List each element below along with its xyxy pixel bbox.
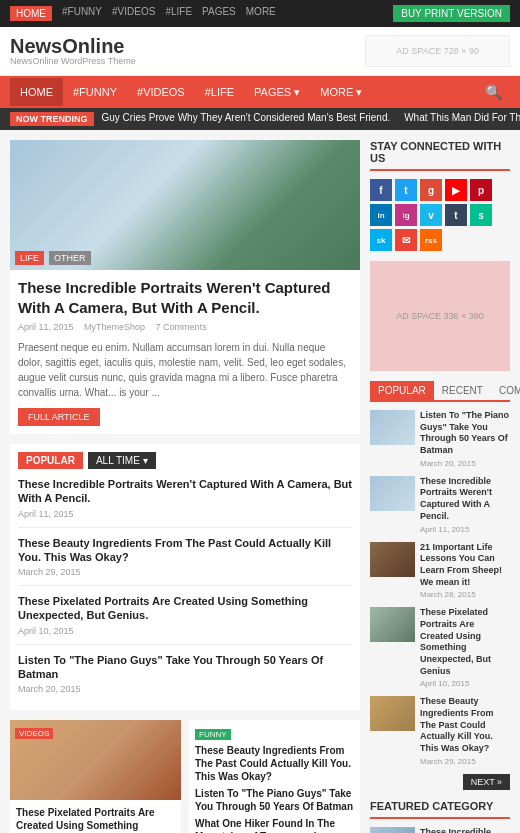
card-title[interactable]: Listen To "The Piano Guys" Take You Thro… bbox=[195, 787, 354, 813]
popular-item: These Pixelated Portraits Are Created Us… bbox=[18, 594, 352, 645]
sidebar-post-title[interactable]: Listen To "The Piano Guys" Take You Thro… bbox=[420, 410, 510, 457]
featured-cat-info: These Incredible Portraits Weren't Captu… bbox=[420, 827, 510, 833]
popular-section: POPULAR ALL TIME ▾ These Incredible Port… bbox=[10, 444, 360, 710]
sidebar-post-title[interactable]: These Pixelated Portraits Are Created Us… bbox=[420, 607, 510, 677]
card-grid: VIDEOS These Pixelated Portraits Are Cre… bbox=[10, 720, 360, 833]
top-bar-links: HOME #FUNNY #VIDEOS #LIFE PAGES MORE bbox=[10, 6, 276, 21]
card-left: VIDEOS These Pixelated Portraits Are Cre… bbox=[10, 720, 181, 833]
skype-icon[interactable]: sk bbox=[370, 229, 392, 251]
sidebar-post-image bbox=[370, 696, 415, 731]
popular-item-title[interactable]: Listen To "The Piano Guys" Take You Thro… bbox=[18, 653, 352, 682]
featured-author: MyThemeShop bbox=[84, 322, 145, 332]
linkedin-icon[interactable]: in bbox=[370, 204, 392, 226]
popular-label: POPULAR bbox=[18, 452, 83, 469]
featured-text: Praesent neque eu enim. Nullam accumsan … bbox=[18, 340, 352, 400]
tab-popular[interactable]: POPULAR bbox=[370, 381, 434, 400]
search-icon[interactable]: 🔍 bbox=[477, 76, 510, 108]
topbar-videos[interactable]: #VIDEOS bbox=[112, 6, 155, 21]
featured-article: LIFE OTHER These Incredible Portraits We… bbox=[10, 140, 360, 434]
clearfix: NEXT » bbox=[370, 774, 510, 800]
popular-item: These Incredible Portraits Weren't Captu… bbox=[18, 477, 352, 528]
card-right: FUNNY These Beauty Ingredients From The … bbox=[189, 720, 360, 833]
tumblr-icon[interactable]: t bbox=[445, 204, 467, 226]
all-time-button[interactable]: ALL TIME ▾ bbox=[88, 452, 156, 469]
brand-name: NewsOnline bbox=[10, 36, 136, 56]
pinterest-icon[interactable]: p bbox=[470, 179, 492, 201]
email-icon[interactable]: ✉ bbox=[395, 229, 417, 251]
trending-label: NOW TRENDING bbox=[10, 112, 94, 126]
buy-print-button[interactable]: BUY PRINT VERSION bbox=[393, 5, 510, 22]
sidebar-post-date: April 10, 2015 bbox=[420, 679, 510, 688]
sidebar-post: 21 Important Life Lessons You Can Learn … bbox=[370, 542, 510, 600]
featured-category-item: These Incredible Portraits Weren't Captu… bbox=[370, 827, 510, 833]
card-badge: VIDEOS bbox=[15, 728, 53, 739]
topbar-more[interactable]: MORE bbox=[246, 6, 276, 21]
stumble-icon[interactable]: s bbox=[470, 204, 492, 226]
google-plus-icon[interactable]: g bbox=[420, 179, 442, 201]
badge-other: OTHER bbox=[49, 251, 91, 265]
nav-more[interactable]: MORE ▾ bbox=[310, 78, 372, 107]
popular-item-title[interactable]: These Beauty Ingredients From The Past C… bbox=[18, 536, 352, 565]
content-area: LIFE OTHER These Incredible Portraits We… bbox=[10, 140, 360, 833]
popular-item-meta: March 20, 2015 bbox=[18, 684, 352, 694]
social-icons: f t g ▶ p in ig v t s sk ✉ rss bbox=[370, 179, 510, 251]
brand-tagline: NewsOnline WordPress Theme bbox=[10, 56, 136, 66]
next-button[interactable]: NEXT » bbox=[463, 774, 510, 790]
trending-text: Guy Cries Prove Why They Aren't Consider… bbox=[102, 112, 521, 126]
nav-pages[interactable]: PAGES ▾ bbox=[244, 78, 310, 107]
popular-item-meta: March 29, 2015 bbox=[18, 567, 352, 577]
featured-cat-item-title[interactable]: These Incredible Portraits Weren't Captu… bbox=[420, 827, 510, 833]
featured-title: These Incredible Portraits Weren't Captu… bbox=[18, 278, 352, 317]
featured-meta: April 11, 2015 MyThemeShop 7 Comments bbox=[18, 322, 352, 332]
popular-item-title[interactable]: These Pixelated Portraits Are Created Us… bbox=[18, 594, 352, 623]
featured-image: LIFE OTHER bbox=[10, 140, 360, 270]
popular-list: These Incredible Portraits Weren't Captu… bbox=[18, 477, 352, 702]
facebook-icon[interactable]: f bbox=[370, 179, 392, 201]
nav-funny[interactable]: #FUNNY bbox=[63, 78, 127, 106]
trending-bar: NOW TRENDING Guy Cries Prove Why They Ar… bbox=[0, 108, 520, 130]
brand: NewsOnline NewsOnline WordPress Theme bbox=[10, 36, 136, 66]
sidebar-tabs: POPULAR RECENT COMMENTS bbox=[370, 381, 510, 402]
featured-cat-image bbox=[370, 827, 415, 833]
sidebar-post-image bbox=[370, 476, 415, 511]
sidebar-post: Listen To "The Piano Guys" Take You Thro… bbox=[370, 410, 510, 468]
top-bar: HOME #FUNNY #VIDEOS #LIFE PAGES MORE BUY… bbox=[0, 0, 520, 27]
full-article-button[interactable]: FULL ARTICLE bbox=[18, 408, 100, 426]
nav-home[interactable]: HOME bbox=[10, 78, 63, 106]
popular-item: Listen To "The Piano Guys" Take You Thro… bbox=[18, 653, 352, 703]
sidebar-post-info: 21 Important Life Lessons You Can Learn … bbox=[420, 542, 510, 600]
sidebar-post-title[interactable]: 21 Important Life Lessons You Can Learn … bbox=[420, 542, 510, 589]
sidebar-ad-text: AD SPACE 336 × 380 bbox=[396, 311, 484, 321]
rss-icon[interactable]: rss bbox=[420, 229, 442, 251]
topbar-pages[interactable]: PAGES bbox=[202, 6, 236, 21]
sidebar-post-title[interactable]: These Incredible Portraits Weren't Captu… bbox=[420, 476, 510, 523]
sidebar-post: These Incredible Portraits Weren't Captu… bbox=[370, 476, 510, 534]
popular-item-meta: April 11, 2015 bbox=[18, 509, 352, 519]
nav-life[interactable]: #LIFE bbox=[195, 78, 244, 106]
main-nav: HOME #FUNNY #VIDEOS #LIFE PAGES ▾ MORE ▾… bbox=[0, 76, 520, 108]
tab-recent[interactable]: RECENT bbox=[434, 381, 491, 400]
sidebar-post-date: April 11, 2015 bbox=[420, 525, 510, 534]
topbar-life[interactable]: #LIFE bbox=[165, 6, 192, 21]
topbar-funny[interactable]: #FUNNY bbox=[62, 6, 102, 21]
sidebar-post-date: March 20, 2015 bbox=[420, 459, 510, 468]
card-image: VIDEOS bbox=[10, 720, 181, 800]
header: NewsOnline NewsOnline WordPress Theme AD… bbox=[0, 27, 520, 76]
topbar-home[interactable]: HOME bbox=[10, 6, 52, 21]
tab-comments[interactable]: COMMENTS bbox=[491, 381, 520, 400]
sidebar-post-title[interactable]: These Beauty Ingredients From The Past C… bbox=[420, 696, 510, 754]
nav-videos[interactable]: #VIDEOS bbox=[127, 78, 195, 106]
card-title[interactable]: What One Hiker Found In The Mountains of… bbox=[195, 817, 354, 833]
sidebar-ad: AD SPACE 336 × 380 bbox=[370, 261, 510, 371]
sidebar-post-image bbox=[370, 410, 415, 445]
twitter-icon[interactable]: t bbox=[395, 179, 417, 201]
card-title[interactable]: These Beauty Ingredients From The Past C… bbox=[195, 744, 354, 783]
featured-comments: 7 Comments bbox=[156, 322, 207, 332]
instagram-icon[interactable]: ig bbox=[395, 204, 417, 226]
popular-item-title[interactable]: These Incredible Portraits Weren't Captu… bbox=[18, 477, 352, 506]
card-title[interactable]: These Pixelated Portraits Are Created Us… bbox=[16, 806, 175, 833]
vimeo-icon[interactable]: v bbox=[420, 204, 442, 226]
youtube-icon[interactable]: ▶ bbox=[445, 179, 467, 201]
popular-header: POPULAR ALL TIME ▾ bbox=[18, 452, 352, 469]
main-wrapper: LIFE OTHER These Incredible Portraits We… bbox=[0, 130, 520, 833]
